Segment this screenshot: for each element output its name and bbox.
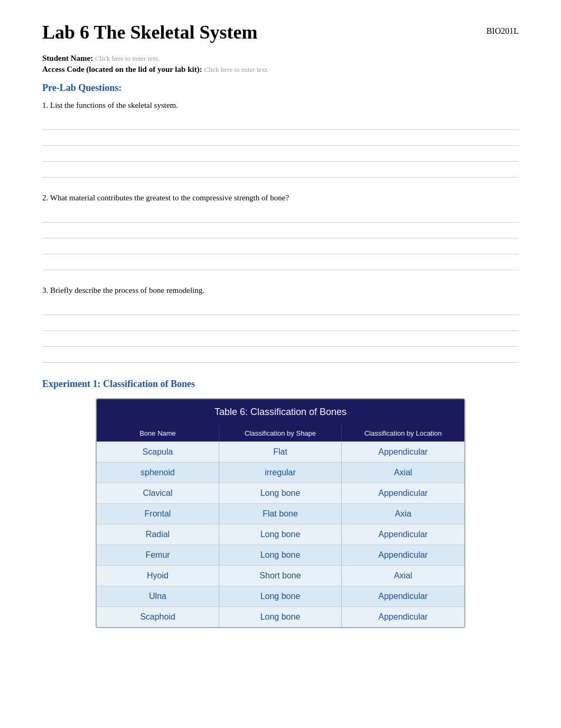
bone-name-cell: Scaphoid (97, 607, 219, 627)
shape-cell: Long bone (219, 483, 342, 503)
question-1-block: 1. List the functions of the skeletal sy… (42, 101, 519, 178)
location-cell: Appendicular (342, 545, 464, 565)
location-cell: Appendicular (342, 442, 464, 462)
page-header: Lab 6 The Skeletal System BIO201L (42, 21, 519, 43)
location-cell: Appendicular (342, 586, 464, 606)
col-header-shape: Classification by Shape (219, 425, 342, 441)
pre-lab-section: Pre-Lab Questions: 1. List the functions… (42, 82, 519, 363)
question-2-text: 2. What material contributes the greates… (42, 193, 519, 202)
table-row: ScapulaFlatAppendicular (97, 441, 464, 462)
question-3-number: 3. (42, 286, 50, 294)
shape-cell: Flat bone (219, 504, 342, 524)
answer-line (42, 208, 519, 223)
access-code-label: Access Code (located on the lid of your … (42, 65, 202, 73)
answer-line (42, 348, 519, 363)
access-code-row: Access Code (located on the lid of your … (42, 65, 519, 74)
bone-name-cell: Radial (97, 524, 219, 545)
course-code: BIO201L (487, 26, 519, 36)
table-row: UlnaLong boneAppendicular (97, 586, 464, 606)
shape-cell: Long bone (219, 586, 342, 606)
location-cell: Axia (342, 504, 464, 524)
bone-name-cell: Frontal (97, 504, 219, 524)
table-row: ScaphoidLong boneAppendicular (97, 606, 464, 627)
table-body: ScapulaFlatAppendicularsphenoidirregular… (97, 441, 464, 627)
bone-name-cell: Scapula (97, 442, 219, 462)
table-row: FrontalFlat boneAxia (97, 503, 464, 524)
question-3-answer-area[interactable] (42, 300, 519, 363)
answer-line (42, 163, 519, 178)
answer-line (42, 147, 519, 162)
student-info-section: Student Name: Click here to enter text. … (42, 54, 519, 74)
answer-line (42, 131, 519, 146)
table-row: sphenoidirregularAxial (97, 462, 464, 483)
answer-line (42, 239, 519, 254)
question-3-block: 3. Briefly describe the process of bone … (42, 286, 519, 363)
question-2-answer-area[interactable] (42, 208, 519, 270)
bone-name-cell: sphenoid (97, 463, 219, 483)
table-row: HyoidShort boneAxial (97, 565, 464, 586)
student-name-label: Student Name: (42, 54, 93, 62)
location-cell: Appendicular (342, 483, 464, 503)
col-header-bone-name: Bone Name (97, 425, 219, 441)
bone-name-cell: Hyoid (97, 566, 219, 586)
table-header-row: Bone Name Classification by Shape Classi… (97, 425, 464, 441)
question-3-text: 3. Briefly describe the process of bone … (42, 286, 519, 295)
table-title: Table 6: Classification of Bones (97, 399, 464, 425)
question-1-number: 1. (42, 101, 50, 109)
shape-cell: Long bone (219, 524, 342, 545)
question-3-content: Briefly describe the process of bone rem… (50, 286, 204, 294)
bone-name-cell: Femur (97, 545, 219, 565)
question-1-answer-area[interactable] (42, 115, 519, 178)
shape-cell: Short bone (219, 566, 342, 586)
answer-line (42, 300, 519, 315)
pre-lab-heading: Pre-Lab Questions: (42, 82, 519, 94)
page-title: Lab 6 The Skeletal System (42, 21, 257, 43)
experiment-section: Experiment 1: Classification of Bones Ta… (42, 379, 519, 628)
location-cell: Appendicular (342, 607, 464, 627)
table-row: ClavicalLong boneAppendicular (97, 483, 464, 503)
bone-name-cell: Ulna (97, 586, 219, 606)
student-name-input[interactable]: Click here to enter text. (95, 54, 160, 62)
answer-line (42, 332, 519, 347)
location-cell: Axial (342, 566, 464, 586)
experiment-heading: Experiment 1: Classification of Bones (42, 379, 519, 390)
bone-name-cell: Clavical (97, 483, 219, 503)
answer-line (42, 224, 519, 238)
question-2-number: 2. (42, 193, 50, 202)
shape-cell: Long bone (219, 607, 342, 627)
location-cell: Axial (342, 463, 464, 483)
table-row: FemurLong boneAppendicular (97, 545, 464, 565)
location-cell: Appendicular (342, 524, 464, 545)
question-1-text: 1. List the functions of the skeletal sy… (42, 101, 519, 110)
table-row: RadialLong boneAppendicular (97, 524, 464, 545)
shape-cell: Flat (219, 442, 342, 462)
classification-table: Table 6: Classification of Bones Bone Na… (96, 398, 465, 628)
shape-cell: Long bone (219, 545, 342, 565)
access-code-input[interactable]: Click here to enter text. (204, 66, 268, 73)
question-2-content: What material contributes the greatest t… (50, 193, 289, 202)
col-header-location: Classification by Location (342, 425, 464, 441)
answer-line (42, 316, 519, 331)
student-name-row: Student Name: Click here to enter text. (42, 54, 519, 63)
answer-line (42, 255, 519, 270)
question-1-content: List the functions of the skeletal syste… (50, 101, 178, 109)
shape-cell: irregular (219, 463, 342, 483)
answer-line (42, 115, 519, 130)
question-2-block: 2. What material contributes the greates… (42, 193, 519, 270)
